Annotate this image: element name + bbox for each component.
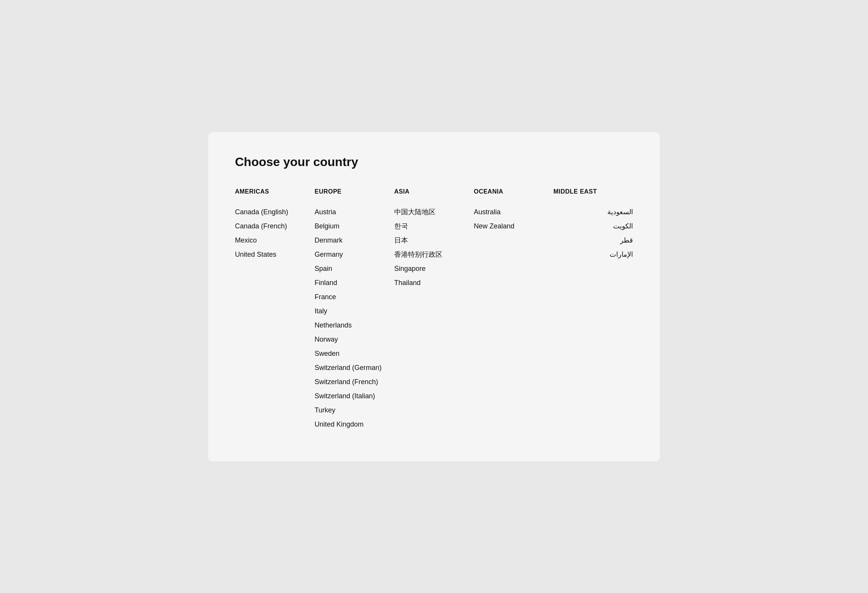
country-list-americas: Canada (English)Canada (French)MexicoUni… <box>235 206 315 261</box>
country-list-asia: 中国大陆地区한국日本香港特别行政区SingaporeThailand <box>394 206 474 289</box>
country-item[interactable]: 中国大陆地区 <box>394 206 474 218</box>
region-header-europe: EUROPE <box>315 188 394 195</box>
country-item[interactable]: Denmark <box>315 234 394 247</box>
country-list-middle-east: السعوديةالكويتقطرالإمارات <box>553 206 633 261</box>
region-column-oceania: OCEANIAAustraliaNew Zealand <box>474 188 553 431</box>
country-item[interactable]: 한국 <box>394 220 474 233</box>
country-item[interactable]: Switzerland (German) <box>315 362 394 374</box>
country-item[interactable]: السعودية <box>553 206 633 218</box>
page-title: Choose your country <box>235 155 633 169</box>
region-column-americas: AMERICASCanada (English)Canada (French)M… <box>235 188 315 431</box>
country-list-oceania: AustraliaNew Zealand <box>474 206 553 233</box>
country-item[interactable]: Switzerland (Italian) <box>315 390 394 402</box>
country-item[interactable]: قطر <box>553 234 633 247</box>
region-header-middle-east: MIDDLE EAST <box>553 188 633 195</box>
regions-grid: AMERICASCanada (English)Canada (French)M… <box>235 188 633 431</box>
country-item[interactable]: Netherlands <box>315 319 394 332</box>
region-header-asia: ASIA <box>394 188 474 195</box>
country-item[interactable]: Austria <box>315 206 394 218</box>
country-item[interactable]: Belgium <box>315 220 394 233</box>
country-item[interactable]: Australia <box>474 206 553 218</box>
country-item[interactable]: Turkey <box>315 404 394 417</box>
country-item[interactable]: Sweden <box>315 347 394 360</box>
country-item[interactable]: 香港特别行政区 <box>394 248 474 261</box>
country-item[interactable]: الإمارات <box>553 248 633 261</box>
country-item[interactable]: Singapore <box>394 262 474 275</box>
country-item[interactable]: Thailand <box>394 277 474 289</box>
region-column-middle-east: MIDDLE EASTالسعوديةالكويتقطرالإمارات <box>553 188 633 431</box>
country-item[interactable]: Canada (French) <box>235 220 315 233</box>
country-item[interactable]: Italy <box>315 305 394 318</box>
country-item[interactable]: Switzerland (French) <box>315 376 394 388</box>
region-column-europe: EUROPEAustriaBelgiumDenmarkGermanySpainF… <box>315 188 394 431</box>
country-item[interactable]: Canada (English) <box>235 206 315 218</box>
country-item[interactable]: Germany <box>315 248 394 261</box>
country-item[interactable]: Spain <box>315 262 394 275</box>
country-chooser-container: Choose your country AMERICASCanada (Engl… <box>208 132 660 461</box>
country-item[interactable]: Finland <box>315 277 394 289</box>
country-item[interactable]: 日本 <box>394 234 474 247</box>
region-header-americas: AMERICAS <box>235 188 315 195</box>
country-item[interactable]: United States <box>235 248 315 261</box>
country-item[interactable]: France <box>315 291 394 303</box>
country-item[interactable]: Mexico <box>235 234 315 247</box>
region-column-asia: ASIA中国大陆地区한국日本香港特别行政区SingaporeThailand <box>394 188 474 431</box>
region-header-oceania: OCEANIA <box>474 188 553 195</box>
country-item[interactable]: New Zealand <box>474 220 553 233</box>
country-list-europe: AustriaBelgiumDenmarkGermanySpainFinland… <box>315 206 394 431</box>
country-item[interactable]: United Kingdom <box>315 418 394 431</box>
country-item[interactable]: Norway <box>315 333 394 346</box>
country-item[interactable]: الكويت <box>553 220 633 233</box>
